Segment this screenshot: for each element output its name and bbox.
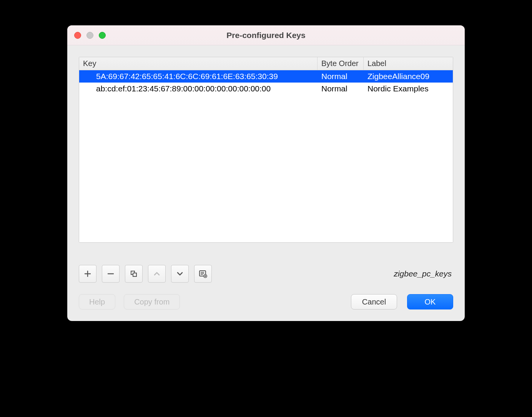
window-title: Pre-configured Keys — [67, 31, 465, 40]
footer-right: Cancel OK — [351, 294, 453, 309]
copy-from-button[interactable]: Copy from — [124, 294, 180, 309]
column-header-label[interactable]: Label — [364, 57, 453, 70]
remove-button[interactable] — [102, 265, 120, 283]
cell-label: Nordic Examples — [364, 84, 453, 93]
keys-table: Key Byte Order Label 5A:69:67:42:65:65:4… — [79, 57, 453, 243]
help-button[interactable]: Help — [79, 294, 115, 309]
column-header-order[interactable]: Byte Order — [318, 57, 364, 70]
cell-key: 5A:69:67:42:65:65:41:6C:6C:69:61:6E:63:6… — [79, 72, 318, 81]
svg-rect-1 — [133, 273, 136, 276]
profile-name-label: zigbee_pc_keys — [394, 269, 452, 278]
toolbar-row: zigbee_pc_keys — [79, 265, 453, 283]
content-area: Key Byte Order Label 5A:69:67:42:65:65:4… — [67, 45, 465, 290]
copy-button[interactable] — [125, 265, 143, 283]
footer: Help Copy from Cancel OK — [67, 290, 465, 321]
table-row[interactable]: 5A:69:67:42:65:65:41:6C:6C:69:61:6E:63:6… — [79, 70, 453, 83]
clear-all-button[interactable] — [194, 265, 212, 283]
icon-buttons — [79, 265, 212, 283]
table-row[interactable]: ab:cd:ef:01:23:45:67:89:00:00:00:00:00:0… — [79, 83, 453, 95]
dialog-window: Pre-configured Keys Key Byte Order Label… — [67, 25, 465, 321]
chevron-up-icon — [153, 270, 161, 278]
clear-list-icon — [199, 270, 207, 278]
footer-left: Help Copy from — [79, 294, 180, 309]
chevron-down-icon — [176, 270, 184, 278]
cell-byte-order: Normal — [318, 72, 364, 81]
minus-icon — [107, 270, 114, 277]
move-up-button[interactable] — [148, 265, 166, 283]
add-button[interactable] — [79, 265, 96, 283]
copy-icon — [130, 270, 138, 278]
plus-icon — [84, 270, 91, 277]
column-header-key[interactable]: Key — [79, 57, 318, 70]
table-header: Key Byte Order Label — [79, 57, 453, 70]
titlebar: Pre-configured Keys — [67, 25, 465, 45]
move-down-button[interactable] — [171, 265, 189, 283]
cell-byte-order: Normal — [318, 84, 364, 93]
ok-button[interactable]: OK — [407, 294, 453, 309]
cancel-button[interactable]: Cancel — [351, 294, 397, 309]
cell-label: ZigbeeAlliance09 — [364, 72, 453, 81]
cell-key: ab:cd:ef:01:23:45:67:89:00:00:00:00:00:0… — [79, 84, 318, 93]
table-body: 5A:69:67:42:65:65:41:6C:6C:69:61:6E:63:6… — [79, 70, 453, 242]
